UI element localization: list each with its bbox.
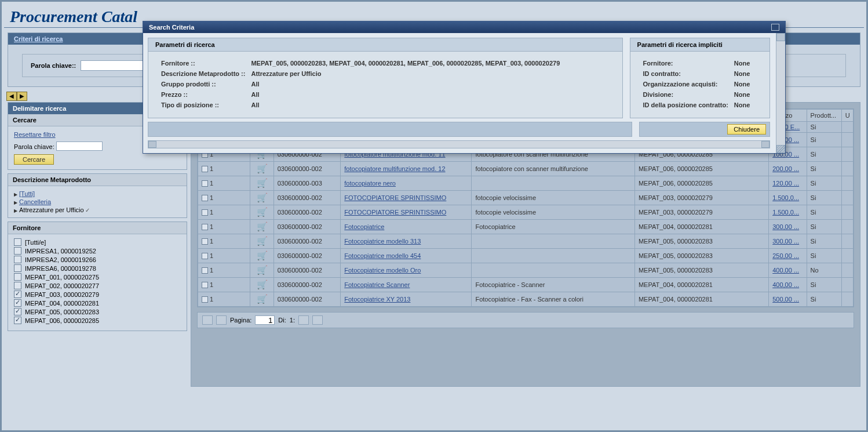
price-link[interactable]: 120,00 ... bbox=[772, 180, 799, 187]
implicit-key: ID contratto: bbox=[641, 69, 731, 78]
cart-icon[interactable]: 🛒 bbox=[257, 265, 268, 275]
row-checkbox[interactable] bbox=[202, 224, 208, 230]
qty-value: 1 bbox=[210, 252, 213, 259]
pager-first[interactable] bbox=[202, 315, 213, 325]
cart-icon[interactable]: 🛒 bbox=[257, 294, 268, 304]
price-link[interactable]: 300,00 ... bbox=[772, 223, 799, 230]
row-checkbox[interactable] bbox=[202, 166, 208, 172]
price-link[interactable]: 300,00 ... bbox=[772, 238, 799, 245]
cart-icon[interactable]: 🛒 bbox=[257, 236, 268, 246]
supplier-item[interactable]: MEPAT_002, 0000020277 bbox=[14, 281, 181, 290]
checkbox-icon[interactable] bbox=[14, 238, 21, 246]
hscroll-right-icon[interactable] bbox=[761, 141, 769, 148]
nav-next-icon[interactable]: ▶ bbox=[17, 92, 27, 101]
row-checkbox[interactable] bbox=[202, 296, 208, 303]
desc-link[interactable]: Fotocopiatrice XY 2013 bbox=[344, 296, 410, 303]
desc-link[interactable]: FOTOCOPIATORE SPRINTISSIMO bbox=[344, 209, 446, 216]
col-prodott[interactable]: Prodott... bbox=[807, 110, 841, 122]
keyword2-input[interactable] bbox=[56, 141, 103, 151]
price-link[interactable]: 250,00 ... bbox=[772, 252, 799, 259]
param-val: All bbox=[249, 90, 562, 99]
row-checkbox[interactable] bbox=[202, 209, 208, 216]
tree-cancelleria[interactable]: Cancelleria bbox=[19, 198, 51, 205]
cart-icon[interactable]: 🛒 bbox=[257, 222, 268, 231]
supplier-item[interactable]: MEPAT_001, 0000020275 bbox=[14, 273, 181, 281]
desc-link[interactable]: FOTOCOPIATORE SPRINTISSIMO bbox=[344, 194, 446, 201]
search-criteria-modal: Search Criteria Parametri di ricerca For… bbox=[143, 21, 786, 154]
pager-last[interactable] bbox=[312, 315, 323, 325]
row-checkbox[interactable] bbox=[202, 180, 208, 187]
resize-handle-icon[interactable] bbox=[777, 145, 785, 153]
prod-cell: Si bbox=[807, 147, 841, 162]
cart-icon[interactable]: 🛒 bbox=[257, 251, 268, 260]
price-link[interactable]: 1.500,0... bbox=[772, 209, 799, 216]
desc-link[interactable]: Fotocopiatrice Scanner bbox=[344, 281, 410, 288]
code-cell: 030600000-002 bbox=[273, 220, 341, 234]
row-checkbox[interactable] bbox=[202, 282, 208, 288]
short-cell: fotocopiatore con scanner multifunzione bbox=[472, 162, 634, 176]
checkbox-icon[interactable] bbox=[14, 317, 21, 324]
price-link[interactable]: 400,00 ... bbox=[772, 267, 799, 274]
desc-link[interactable]: Fotocopiatrice modello Oro bbox=[344, 267, 421, 274]
cart-icon[interactable]: 🛒 bbox=[257, 164, 268, 173]
cart-icon[interactable]: 🛒 bbox=[257, 178, 268, 188]
table-row: 1🛒030600000-002Fotocopiatrice ScannerFot… bbox=[198, 278, 854, 292]
tree-attrezzature[interactable]: Attrezzature per Ufficio bbox=[19, 206, 84, 213]
param-key: Prezzo :: bbox=[159, 90, 247, 99]
checkbox-icon[interactable] bbox=[14, 273, 21, 281]
pager-label: Pagina: bbox=[230, 317, 251, 324]
criteri-link[interactable]: Criteri di ricerca bbox=[14, 35, 63, 42]
prod-cell: Si bbox=[807, 162, 841, 176]
pager-prev[interactable] bbox=[216, 315, 227, 325]
top-prod: Si bbox=[807, 122, 841, 133]
checkbox-icon[interactable] bbox=[14, 308, 21, 315]
row-checkbox[interactable] bbox=[202, 195, 208, 201]
tree-all[interactable]: [Tutti] bbox=[19, 190, 35, 197]
supplier-item[interactable]: MEPAT_003, 0000020279 bbox=[14, 290, 181, 299]
price-link[interactable]: 400,00 ... bbox=[772, 281, 799, 288]
modal-vscroll[interactable] bbox=[776, 33, 785, 153]
row-checkbox[interactable] bbox=[202, 267, 208, 274]
checkbox-icon[interactable] bbox=[14, 291, 21, 298]
checkbox-icon[interactable] bbox=[14, 282, 21, 289]
hscroll-left-icon[interactable] bbox=[148, 141, 156, 148]
search-button[interactable]: Cercare bbox=[14, 154, 54, 165]
desc-link[interactable]: Fotocopiatrice bbox=[344, 223, 384, 230]
modal-hscroll[interactable] bbox=[148, 140, 770, 148]
checkbox-icon[interactable] bbox=[14, 256, 21, 263]
price-link[interactable]: 200,00 ... bbox=[772, 165, 799, 172]
supplier-item[interactable]: IMPRESA1, 0000019252 bbox=[14, 246, 181, 255]
supplier-item[interactable]: IMPRESA2, 0000019266 bbox=[14, 255, 181, 264]
checkbox-icon[interactable] bbox=[14, 299, 21, 307]
supplier-item[interactable]: MEPAT_005, 0000020283 bbox=[14, 307, 181, 316]
checkbox-icon[interactable] bbox=[14, 264, 21, 272]
cart-icon[interactable]: 🛒 bbox=[257, 279, 268, 289]
pager-next[interactable] bbox=[298, 315, 309, 325]
maximize-icon[interactable] bbox=[771, 24, 779, 31]
cart-icon[interactable]: 🛒 bbox=[257, 193, 268, 202]
cart-icon[interactable]: 🛒 bbox=[257, 207, 268, 217]
nav-prev-icon[interactable]: ◀ bbox=[6, 92, 17, 101]
col-u[interactable]: U bbox=[841, 110, 853, 122]
price-link[interactable]: 500,00 ... bbox=[772, 296, 799, 303]
desc-link[interactable]: fotocopiatore nero bbox=[344, 180, 396, 187]
reset-filter-link[interactable]: Resettare filtro bbox=[14, 131, 56, 138]
supplier-item[interactable]: MEPAT_004, 0000020281 bbox=[14, 299, 181, 307]
supplier-item[interactable]: [Tutti/e] bbox=[14, 238, 181, 246]
qty-value: 1 bbox=[210, 296, 213, 303]
desc-link[interactable]: Fotocopiatrice modello 313 bbox=[344, 238, 421, 245]
supplier-item[interactable]: IMPRESA6, 0000019278 bbox=[14, 264, 181, 273]
supplier-item[interactable]: MEPAT_006, 0000020285 bbox=[14, 316, 181, 325]
desc-link[interactable]: fotocopiatore multifunzione mod. 12 bbox=[344, 165, 445, 172]
code-cell: 030600000-002 bbox=[273, 162, 341, 176]
close-button[interactable]: Chiudere bbox=[727, 124, 766, 135]
supplier-cell: MEPAT_004, 0000020281 bbox=[634, 292, 768, 307]
meta-header: Descrizione Metaprodotto bbox=[8, 174, 187, 186]
row-checkbox[interactable] bbox=[202, 238, 208, 245]
row-checkbox[interactable] bbox=[202, 253, 208, 259]
checkbox-icon[interactable] bbox=[14, 247, 21, 255]
pager-input[interactable] bbox=[255, 315, 275, 325]
scroll-up-icon[interactable] bbox=[776, 33, 785, 41]
price-link[interactable]: 1.500,0... bbox=[772, 194, 799, 201]
desc-link[interactable]: Fotocopiatrice modello 454 bbox=[344, 252, 421, 259]
